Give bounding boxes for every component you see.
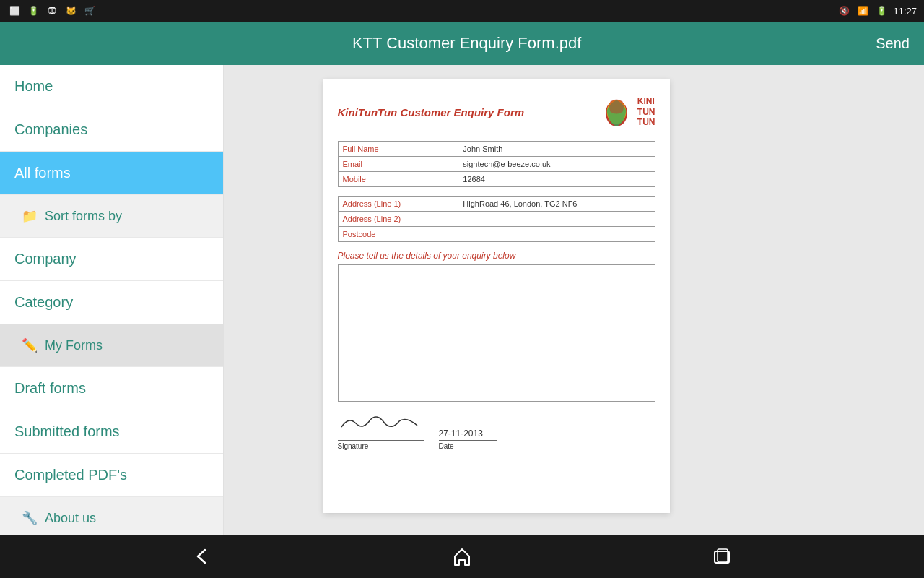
sidebar-item-draft-forms[interactable]: Draft forms (0, 367, 223, 410)
date-label: Date (439, 442, 497, 450)
enquiry-label: Please tell us the details of your enqui… (338, 251, 655, 261)
sidebar-item-companies[interactable]: Companies (0, 108, 223, 152)
signature-row: Signature 27-11-2013 Date (338, 413, 655, 450)
app-bar: KTT Customer Enquiry Form.pdf Send (0, 22, 924, 65)
nav-bar (0, 535, 924, 578)
status-right-icons: 🔇 📶 🔋 11:27 (837, 4, 917, 18)
folder-icon: 📁 (22, 208, 38, 224)
sidebar-item-company[interactable]: Company (0, 238, 223, 281)
notification-icon-2: 🐱 (64, 4, 78, 18)
wifi-icon: 📶 (855, 4, 870, 18)
display-icon: ⬜ (7, 4, 22, 18)
home-label: Home (14, 78, 53, 95)
field-value-fullname: John Smith (458, 142, 655, 157)
clock: 11:27 (893, 6, 917, 17)
all-forms-label: All forms (14, 165, 71, 181)
sidebar-item-all-forms[interactable]: All forms (0, 152, 223, 195)
date-block: 27-11-2013 Date (439, 428, 497, 450)
status-left-icons: ⬜ 🔋 ⓵ 🐱 🛒 (7, 4, 97, 18)
document-area: KiniTunTun Customer Enquiry Form KINITUN… (224, 65, 769, 535)
app-bar-title: KTT Customer Enquiry Form.pdf (58, 34, 876, 53)
battery-small-icon: 🔋 (26, 4, 40, 18)
signature-svg (338, 413, 424, 434)
company-label: Company (14, 251, 77, 267)
notification-icon-3: 🛒 (82, 4, 97, 18)
sidebar-item-category[interactable]: Category (0, 281, 223, 324)
battery-icon: 🔋 (874, 4, 889, 18)
sidebar-item-home[interactable]: Home (0, 65, 223, 108)
field-label-fullname: Full Name (338, 142, 458, 157)
sidebar-item-sort-forms[interactable]: 📁 Sort forms by (0, 195, 223, 238)
field-value-mobile: 12684 (458, 172, 655, 187)
table-row: Email signtech@e-beeze.co.uk (338, 157, 655, 172)
status-bar: ⬜ 🔋 ⓵ 🐱 🛒 🔇 📶 🔋 11:27 (0, 0, 924, 22)
signature-label: Signature (338, 442, 369, 450)
form-header: KiniTunTun Customer Enquiry Form KINITUN… (338, 94, 655, 130)
main-content: Home Companies All forms 📁 Sort forms by… (0, 65, 924, 535)
africa-map-icon (598, 94, 635, 130)
about-us-label: About us (45, 511, 96, 526)
notification-icon-1: ⓵ (45, 4, 59, 18)
table-row: Full Name John Smith (338, 142, 655, 157)
pencil-icon: ✏️ (22, 337, 38, 353)
my-forms-label: My Forms (45, 338, 103, 353)
form-title: KiniTunTun Customer Enquiry Form (338, 106, 525, 118)
signature-value (338, 413, 424, 441)
companies-label: Companies (14, 121, 87, 138)
sidebar: Home Companies All forms 📁 Sort forms by… (0, 65, 224, 535)
recents-button[interactable] (704, 542, 740, 571)
table-row: Postcode (338, 227, 655, 242)
sidebar-item-submitted-forms[interactable]: Submitted forms (0, 410, 223, 454)
submitted-forms-label: Submitted forms (14, 423, 120, 440)
sidebar-item-my-forms[interactable]: ✏️ My Forms (0, 324, 223, 367)
table-row: Address (Line 1) HighRoad 46, London, TG… (338, 197, 655, 212)
back-button[interactable] (184, 542, 220, 571)
signature-block: Signature (338, 413, 424, 450)
draft-forms-label: Draft forms (14, 380, 86, 397)
personal-info-table: Full Name John Smith Email signtech@e-be… (338, 141, 655, 187)
mute-icon: 🔇 (837, 4, 851, 18)
table-row: Address (Line 2) (338, 212, 655, 227)
back-icon (192, 546, 212, 566)
wrench-icon: 🔧 (22, 510, 38, 526)
right-panel (769, 65, 924, 535)
logo-text: KINITUNTUN (637, 96, 655, 127)
completed-pdfs-label: Completed PDF's (14, 467, 127, 483)
field-value-addr2 (458, 212, 655, 227)
home-icon (452, 546, 472, 566)
sidebar-item-completed-pdfs[interactable]: Completed PDF's (0, 454, 223, 497)
home-button[interactable] (444, 542, 480, 571)
date-value: 27-11-2013 (439, 428, 497, 441)
field-label-addr1: Address (Line 1) (338, 197, 458, 212)
address-table: Address (Line 1) HighRoad 46, London, TG… (338, 196, 655, 242)
sidebar-item-about-us[interactable]: 🔧 About us (0, 497, 223, 535)
field-label-addr2: Address (Line 2) (338, 212, 458, 227)
field-value-addr1: HighRoad 46, London, TG2 NF6 (458, 197, 655, 212)
table-row: Mobile 12684 (338, 172, 655, 187)
send-button[interactable]: Send (876, 35, 910, 52)
recents-icon (712, 546, 732, 566)
field-label-email: Email (338, 157, 458, 172)
enquiry-box (338, 264, 655, 402)
category-label: Category (14, 294, 73, 311)
field-label-postcode: Postcode (338, 227, 458, 242)
field-label-mobile: Mobile (338, 172, 458, 187)
document-paper: KiniTunTun Customer Enquiry Form KINITUN… (323, 79, 670, 513)
field-value-postcode (458, 227, 655, 242)
field-value-email: signtech@e-beeze.co.uk (458, 157, 655, 172)
form-logo: KINITUNTUN (598, 94, 655, 130)
sort-forms-label: Sort forms by (45, 209, 122, 224)
svg-rect-2 (715, 551, 729, 563)
